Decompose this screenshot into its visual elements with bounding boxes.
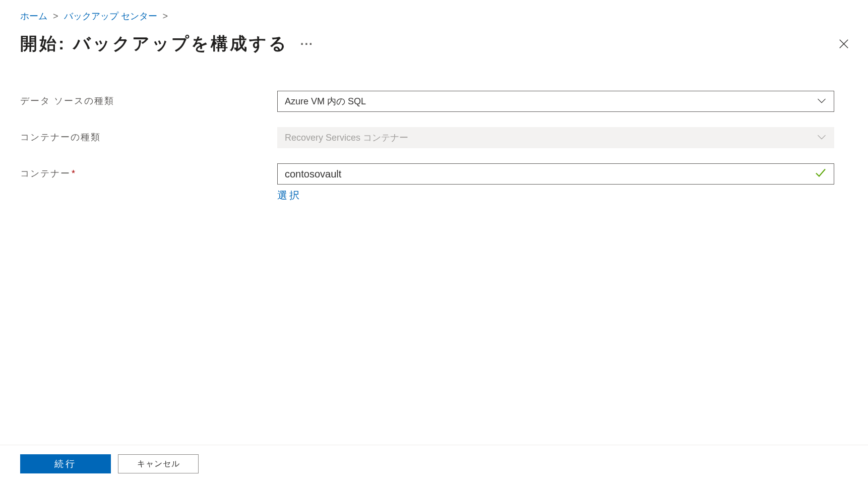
container-label: コンテナー* [20, 163, 277, 179]
check-icon [815, 168, 827, 181]
breadcrumb-separator: > [163, 11, 168, 21]
close-button[interactable] [835, 35, 853, 53]
chevron-down-icon [817, 133, 827, 143]
container-value: contosovault [285, 168, 341, 180]
required-indicator: * [72, 168, 76, 178]
datasource-type-label: データ ソースの種類 [20, 91, 277, 107]
page-header: 開始: バックアップを構成する ··· [0, 27, 868, 66]
form-row-container: コンテナー* contosovault 選択 [20, 163, 848, 202]
close-icon [838, 38, 849, 49]
breadcrumb: ホーム > バックアップ センター > [0, 0, 868, 27]
more-dots-icon[interactable]: ··· [300, 37, 314, 51]
cancel-button[interactable]: キャンセル [118, 454, 199, 473]
container-select-link[interactable]: 選択 [277, 189, 301, 202]
datasource-type-select[interactable]: Azure VM 内の SQL [277, 91, 834, 112]
breadcrumb-separator: > [53, 11, 58, 21]
container-type-label: コンテナーの種類 [20, 127, 277, 143]
container-label-text: コンテナー [20, 168, 71, 178]
chevron-down-icon [817, 96, 827, 107]
breadcrumb-home[interactable]: ホーム [20, 11, 47, 21]
footer-bar: 続行 キャンセル [0, 445, 868, 480]
continue-button[interactable]: 続行 [20, 454, 111, 473]
page-title-text: 開始: バックアップを構成する [20, 32, 288, 55]
form-row-datasource-type: データ ソースの種類 Azure VM 内の SQL [20, 91, 848, 112]
page-title: 開始: バックアップを構成する ··· [20, 32, 314, 55]
form-row-container-type: コンテナーの種類 Recovery Services コンテナー [20, 127, 848, 148]
container-type-select: Recovery Services コンテナー [277, 127, 834, 148]
form-area: データ ソースの種類 Azure VM 内の SQL コンテナーの種類 Reco… [0, 66, 868, 202]
container-type-value: Recovery Services コンテナー [285, 132, 408, 144]
container-input[interactable]: contosovault [277, 163, 834, 185]
datasource-type-value: Azure VM 内の SQL [285, 95, 366, 107]
breadcrumb-backup-center[interactable]: バックアップ センター [64, 11, 157, 21]
